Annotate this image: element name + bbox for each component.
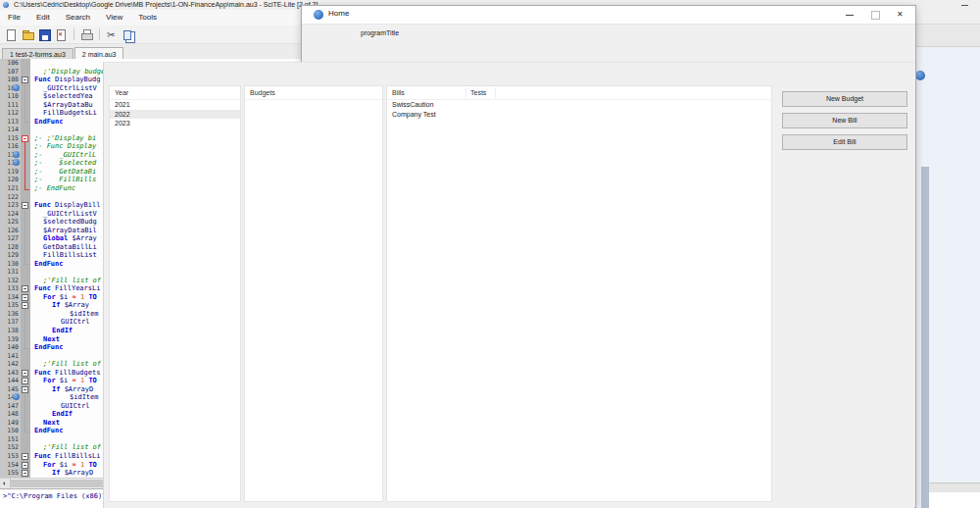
edit-bill-button[interactable]: Edit Bill <box>782 134 907 150</box>
new-file-icon[interactable] <box>5 28 18 41</box>
menu-search[interactable]: Search <box>58 10 98 25</box>
fold-margin[interactable] <box>21 461 30 470</box>
fold-margin[interactable] <box>21 76 30 84</box>
budgets-listview[interactable]: Budgets <box>244 85 383 502</box>
background-window-titlebar[interactable] <box>914 0 980 25</box>
fold-margin[interactable] <box>21 68 30 76</box>
fold-margin[interactable] <box>21 134 30 143</box>
fold-margin[interactable] <box>21 109 30 118</box>
fold-box-icon[interactable] <box>22 462 28 469</box>
fold-margin[interactable] <box>21 84 30 93</box>
new-bill-button[interactable]: New Bill <box>782 113 907 128</box>
copy-icon[interactable] <box>122 28 135 41</box>
fold-margin[interactable] <box>21 126 30 134</box>
fold-margin[interactable] <box>21 410 30 419</box>
fold-margin[interactable] <box>21 402 30 411</box>
fold-margin[interactable] <box>21 318 30 327</box>
fold-margin[interactable] <box>21 210 30 219</box>
fold-margin[interactable] <box>21 101 30 110</box>
print-icon[interactable] <box>80 28 93 41</box>
fold-margin[interactable] <box>21 301 30 310</box>
fold-margin[interactable] <box>21 243 30 252</box>
fold-margin[interactable] <box>21 260 30 269</box>
fold-margin[interactable] <box>21 452 30 461</box>
minimize-icon[interactable] <box>837 6 862 24</box>
year-row[interactable]: 2022 <box>110 110 240 120</box>
fold-margin[interactable] <box>21 151 30 160</box>
fold-margin[interactable] <box>21 360 30 369</box>
fold-margin[interactable] <box>21 251 30 260</box>
fold-box-icon[interactable] <box>22 386 28 393</box>
fold-margin[interactable] <box>21 469 30 478</box>
fold-margin[interactable] <box>21 327 30 335</box>
column-header-bills[interactable]: Bills <box>387 86 405 99</box>
bills-listview-header[interactable]: Bills Tests <box>387 86 771 100</box>
column-header-tests[interactable]: Tests <box>466 86 486 99</box>
fold-margin[interactable] <box>21 234 30 243</box>
bill-row[interactable]: SwissCaution <box>387 100 771 110</box>
fold-margin[interactable] <box>21 92 30 101</box>
bill-row[interactable]: Company Test <box>387 110 771 120</box>
fold-box-icon[interactable] <box>22 370 28 377</box>
year-listview-header[interactable]: Year <box>110 86 240 100</box>
fold-box-icon[interactable] <box>22 470 28 477</box>
column-header-budgets[interactable]: Budgets <box>245 86 275 99</box>
fold-margin[interactable] <box>21 193 30 202</box>
fold-margin[interactable] <box>21 419 30 428</box>
fold-margin[interactable] <box>21 377 30 385</box>
fold-margin[interactable] <box>21 168 30 177</box>
close-file-icon[interactable] <box>55 28 68 41</box>
year-listview[interactable]: Year 202120222023 <box>109 85 241 502</box>
column-header-year[interactable]: Year <box>110 86 128 99</box>
fold-margin[interactable] <box>21 218 30 227</box>
fold-box-icon[interactable] <box>22 378 28 384</box>
fold-margin[interactable] <box>21 142 30 151</box>
fold-margin[interactable] <box>21 310 30 319</box>
fold-box-icon[interactable] <box>22 202 28 209</box>
close-icon[interactable] <box>888 6 913 24</box>
fold-margin[interactable] <box>21 118 30 127</box>
fold-margin[interactable] <box>21 227 30 235</box>
home-titlebar[interactable]: Home <box>302 6 915 25</box>
background-window-scrollbar[interactable] <box>921 167 929 508</box>
fold-box-icon[interactable] <box>22 294 28 301</box>
fold-box-icon[interactable] <box>22 453 28 460</box>
scroll-left-arrow-icon[interactable] <box>0 479 11 488</box>
cut-icon[interactable] <box>106 28 119 41</box>
menu-view[interactable]: View <box>98 10 130 25</box>
fold-box-icon[interactable] <box>22 135 28 142</box>
fold-margin[interactable] <box>21 59 30 68</box>
year-row[interactable]: 2023 <box>110 119 240 128</box>
fold-box-icon[interactable] <box>22 76 28 83</box>
fold-margin[interactable] <box>21 176 30 184</box>
fold-box-icon[interactable] <box>22 285 28 292</box>
fold-margin[interactable] <box>21 343 30 352</box>
fold-margin[interactable] <box>21 393 30 402</box>
fold-margin[interactable] <box>21 268 30 277</box>
fold-margin[interactable] <box>21 284 30 293</box>
menu-tools[interactable]: Tools <box>130 10 165 25</box>
fold-margin[interactable] <box>21 293 30 302</box>
open-file-icon[interactable] <box>22 28 34 41</box>
fold-margin[interactable] <box>21 277 30 285</box>
fold-margin[interactable] <box>21 159 30 168</box>
year-row[interactable]: 2021 <box>110 100 240 110</box>
fold-margin[interactable] <box>21 335 30 344</box>
fold-margin[interactable] <box>21 427 30 435</box>
fold-margin[interactable] <box>21 201 30 210</box>
fold-margin[interactable] <box>21 443 30 452</box>
fold-margin[interactable] <box>21 385 30 394</box>
budgets-listview-header[interactable]: Budgets <box>245 86 382 100</box>
fold-margin[interactable] <box>21 352 30 361</box>
new-budget-button[interactable]: New Budget <box>782 91 907 107</box>
fold-margin[interactable] <box>21 184 30 193</box>
bills-listview[interactable]: Bills Tests SwissCautionCompany Test <box>386 85 772 502</box>
minimize-icon[interactable] <box>961 5 968 6</box>
fold-box-icon[interactable] <box>22 302 28 309</box>
fold-margin[interactable] <box>21 369 30 378</box>
menu-file[interactable]: File <box>0 10 28 25</box>
fold-margin[interactable] <box>21 435 30 444</box>
maximize-icon[interactable] <box>862 6 888 24</box>
menu-edit[interactable]: Edit <box>28 10 58 25</box>
save-icon[interactable] <box>38 28 51 41</box>
